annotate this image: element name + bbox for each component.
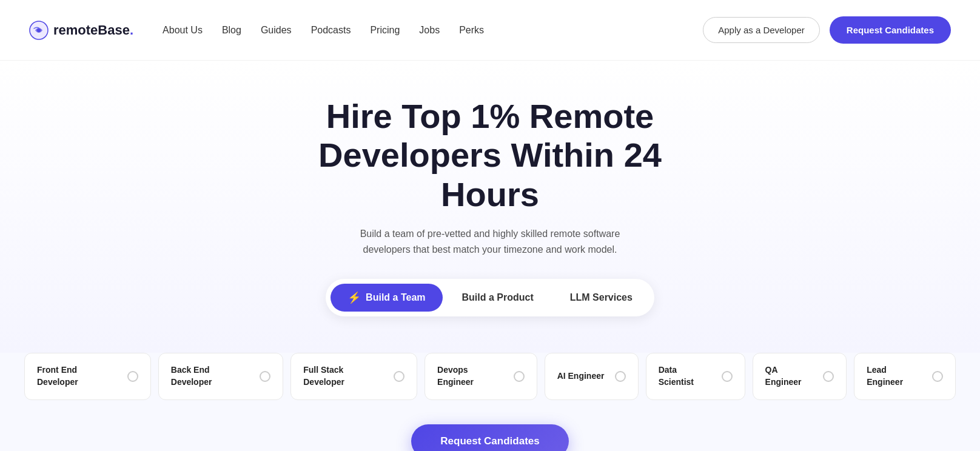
tab-switcher: ⚡ Build a Team Build a Product LLM Servi…: [326, 279, 654, 316]
nav-guides[interactable]: Guides: [261, 25, 292, 35]
lightning-icon: ⚡: [347, 291, 361, 304]
role-card-front-end[interactable]: Front End Developer: [24, 353, 151, 399]
cta-section: Request Candidates: [0, 424, 980, 451]
logo[interactable]: remoteBase.: [29, 21, 133, 40]
nav-blog[interactable]: Blog: [222, 25, 241, 35]
role-name-front-end: Front End Developer: [37, 364, 120, 388]
radio-front-end: [127, 371, 138, 382]
hero-section: Hire Top 1% Remote Developers Within 24 …: [0, 61, 980, 353]
role-card-devops[interactable]: Devops Engineer: [425, 353, 537, 399]
radio-full-stack: [394, 371, 404, 382]
role-name-full-stack: Full Stack Developer: [303, 364, 386, 388]
nav-links: About Us Blog Guides Podcasts Pricing Jo…: [163, 25, 703, 36]
nav-pricing[interactable]: Pricing: [370, 25, 400, 35]
role-card-lead-engineer[interactable]: Lead Engineer: [854, 353, 956, 399]
tab-build-product[interactable]: Build a Product: [445, 285, 551, 310]
role-name-devops: Devops Engineer: [437, 364, 506, 388]
apply-developer-button[interactable]: Apply as a Developer: [703, 17, 820, 43]
nav-jobs[interactable]: Jobs: [419, 25, 440, 35]
role-name-qa-engineer: QA Engineer: [765, 364, 816, 388]
radio-data-scientist: [722, 371, 733, 382]
role-card-ai-engineer[interactable]: AI Engineer: [545, 353, 639, 399]
role-card-qa-engineer[interactable]: QA Engineer: [753, 353, 847, 399]
radio-ai-engineer: [615, 371, 626, 382]
radio-lead-engineer: [932, 371, 943, 382]
role-name-lead-engineer: Lead Engineer: [867, 364, 925, 388]
navbar: remoteBase. About Us Blog Guides Podcast…: [0, 0, 980, 61]
role-name-data-scientist: Data Scientist: [659, 364, 714, 388]
radio-devops: [514, 371, 525, 382]
nav-about-us[interactable]: About Us: [163, 25, 203, 35]
role-name-back-end: Back End Developer: [171, 364, 252, 388]
role-card-data-scientist[interactable]: Data Scientist: [646, 353, 745, 399]
tab-build-team[interactable]: ⚡ Build a Team: [331, 284, 442, 312]
svg-point-1: [37, 28, 41, 32]
role-card-full-stack[interactable]: Full Stack Developer: [290, 353, 417, 399]
tab-build-team-label: Build a Team: [366, 292, 425, 303]
request-candidates-cta-button[interactable]: Request Candidates: [411, 424, 568, 451]
hero-headline: Hire Top 1% Remote Developers Within 24 …: [278, 97, 702, 214]
tab-llm-services-label: LLM Services: [570, 292, 633, 303]
role-cards-container: Front End Developer Back End Developer F…: [0, 353, 980, 424]
tab-llm-services[interactable]: LLM Services: [553, 285, 649, 310]
nav-podcasts[interactable]: Podcasts: [311, 25, 351, 35]
role-name-ai-engineer: AI Engineer: [557, 370, 608, 383]
hero-subtext: Build a team of pre-vetted and highly sk…: [338, 226, 642, 257]
radio-back-end: [260, 371, 270, 382]
request-candidates-nav-button[interactable]: Request Candidates: [830, 16, 951, 44]
nav-perks[interactable]: Perks: [459, 25, 484, 35]
radio-qa-engineer: [823, 371, 834, 382]
logo-text: remoteBase.: [53, 22, 133, 38]
nav-actions: Apply as a Developer Request Candidates: [703, 16, 951, 44]
role-card-back-end[interactable]: Back End Developer: [158, 353, 283, 399]
tab-build-product-label: Build a Product: [462, 292, 534, 303]
